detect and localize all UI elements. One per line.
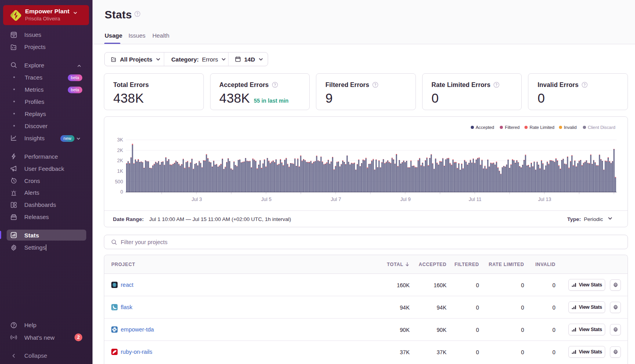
svg-text:3K: 3K: [117, 137, 123, 143]
svg-text:0: 0: [120, 189, 123, 195]
svg-text:500: 500: [115, 179, 123, 185]
svg-text:2K: 2K: [117, 148, 123, 153]
svg-text:1K: 1K: [117, 168, 123, 174]
svg-text:Jul 13: Jul 13: [538, 197, 551, 202]
svg-text:Jul 5: Jul 5: [261, 197, 271, 202]
svg-text:2K: 2K: [117, 158, 123, 163]
svg-text:Jul 11: Jul 11: [469, 197, 481, 202]
svg-text:Jul 3: Jul 3: [192, 197, 202, 202]
svg-text:Jul 9: Jul 9: [400, 197, 410, 202]
svg-text:Jul 7: Jul 7: [331, 197, 341, 202]
